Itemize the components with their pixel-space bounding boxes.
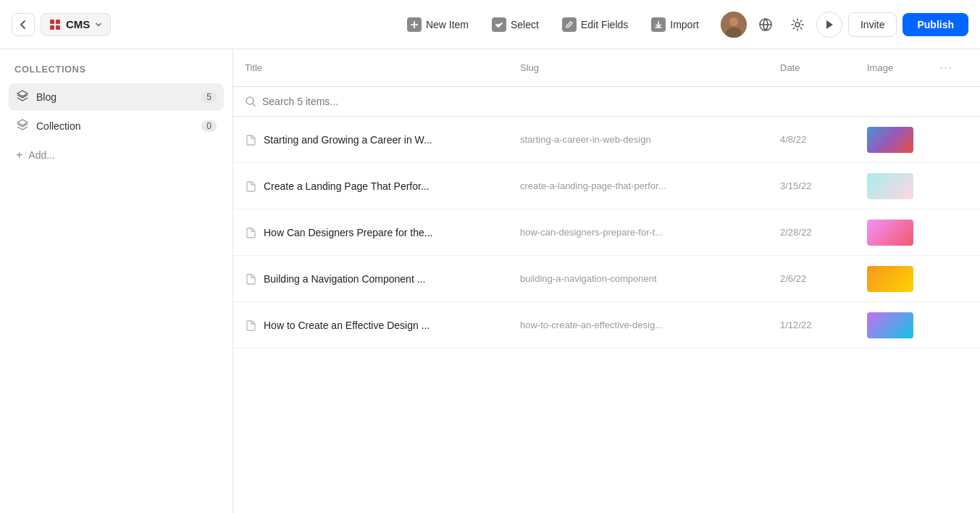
new-item-button[interactable]: New Item [397,12,479,38]
row-slug-cell: building-a-navigation-component [520,273,780,284]
row-slug-cell: create-a-landing-page-that-perfor... [520,180,780,191]
user-avatar-image [721,12,747,38]
publish-button[interactable]: Publish [902,13,968,36]
new-item-label: New Item [426,19,469,30]
col-image-header: Image [867,62,939,73]
toolbar-actions: New Item Select Edit Fields Import [397,12,709,38]
table-row[interactable]: Create a Landing Page That Perfor... cre… [233,163,980,209]
col-title-header: Title [245,62,520,73]
sidebar-collection-label: Collection [36,120,194,132]
row-slug-cell: how-to-create-an-effective-desig... [520,320,780,330]
globe-icon [758,17,773,32]
select-label: Select [511,19,539,30]
row-image-cell [867,266,939,292]
table-header: Title Slug Date Image ··· [233,49,980,87]
row-date-cell: 2/6/22 [780,273,867,284]
row-date-cell: 4/8/22 [780,134,867,145]
doc-icon [245,273,256,285]
row-date-cell: 2/28/22 [780,227,867,238]
import-label: Import [670,19,699,30]
search-bar [233,87,980,117]
row-date-cell: 1/12/22 [780,320,867,330]
sidebar-add-button[interactable]: + Add... [9,143,224,167]
svg-rect-1 [56,20,60,24]
col-slug-header: Slug [520,62,780,73]
import-button[interactable]: Import [641,12,709,38]
row-title-cell: How to Create an Effective Design ... [245,320,520,331]
row-date-cell: 3/15/22 [780,180,867,191]
row-title-text: How to Create an Effective Design ... [264,320,430,331]
invite-button[interactable]: Invite [848,12,897,37]
table-body: Starting and Growing a Career in W... st… [233,117,980,513]
select-icon [492,17,506,32]
more-dots-icon[interactable]: ··· [939,60,952,75]
add-icon: + [16,149,22,162]
row-title-cell: Building a Navigation Component ... [245,273,520,285]
table-row[interactable]: Building a Navigation Component ... buil… [233,256,980,302]
doc-icon [245,227,256,238]
toolbar: CMS New Item Select Edit Fields [0,0,980,49]
cms-badge[interactable]: CMS [41,13,111,36]
select-button[interactable]: Select [482,12,549,38]
row-image-cell [867,312,939,338]
svg-rect-3 [56,25,60,30]
back-button[interactable] [12,13,35,36]
sidebar-heading: Collections [9,64,224,75]
table-row[interactable]: Starting and Growing a Career in W... st… [233,117,980,163]
row-image-thumb [867,220,913,246]
sidebar-blog-label: Blog [36,91,194,103]
doc-icon [245,320,256,331]
row-title-text: How Can Designers Prepare for the... [264,227,432,238]
row-title-cell: Create a Landing Page That Perfor... [245,180,520,192]
sidebar-item-collection[interactable]: Collection 0 [9,112,224,140]
settings-button[interactable] [784,12,811,38]
avatar[interactable] [721,12,747,38]
globe-button[interactable] [753,12,779,38]
doc-icon [245,134,256,146]
cms-logo-icon [49,18,62,31]
sidebar-collection-count: 0 [201,120,217,132]
toolbar-left: CMS [12,13,111,36]
cms-chevron-icon [94,20,103,29]
svg-point-5 [729,17,738,26]
table-row[interactable]: How Can Designers Prepare for the... how… [233,209,980,256]
row-slug-cell: how-can-designers-prepare-for-t... [520,227,780,238]
search-icon [245,96,256,107]
row-title-text: Starting and Growing a Career in W... [264,134,432,146]
row-title-cell: How Can Designers Prepare for the... [245,227,520,238]
play-icon [825,20,834,30]
row-image-thumb [867,312,913,338]
cms-label: CMS [66,18,90,30]
doc-icon [245,180,256,192]
edit-fields-label: Edit Fields [581,19,628,30]
sidebar: Collections Blog 5 Collection 0 + Add... [0,49,233,513]
row-image-thumb [867,127,913,153]
sidebar-blog-count: 5 [201,91,217,103]
sidebar-item-blog[interactable]: Blog 5 [9,83,224,111]
table-row[interactable]: How to Create an Effective Design ... ho… [233,302,980,349]
row-title-text: Create a Landing Page That Perfor... [264,180,430,192]
row-title-text: Building a Navigation Component ... [264,273,425,285]
row-image-thumb [867,173,913,199]
svg-rect-0 [50,20,54,24]
svg-rect-2 [50,25,54,30]
add-label: Add... [28,149,55,161]
preview-button[interactable] [816,12,842,38]
edit-fields-button[interactable]: Edit Fields [552,12,638,38]
col-date-header: Date [780,62,867,73]
gear-icon [790,17,805,32]
row-image-cell [867,127,939,153]
edit-fields-icon [562,17,577,32]
content-area: Title Slug Date Image ··· Starting and G… [233,49,980,513]
collection-layers-icon [16,118,29,134]
toolbar-right: Invite Publish [721,12,968,38]
row-image-thumb [867,266,913,292]
layers-icon [16,89,29,105]
row-image-cell [867,220,939,246]
svg-point-8 [795,22,800,27]
main-content: Collections Blog 5 Collection 0 + Add... [0,49,980,513]
search-input[interactable] [262,96,968,107]
row-slug-cell: starting-a-career-in-web-design [520,134,780,145]
import-icon [651,17,666,32]
row-title-cell: Starting and Growing a Career in W... [245,134,520,146]
